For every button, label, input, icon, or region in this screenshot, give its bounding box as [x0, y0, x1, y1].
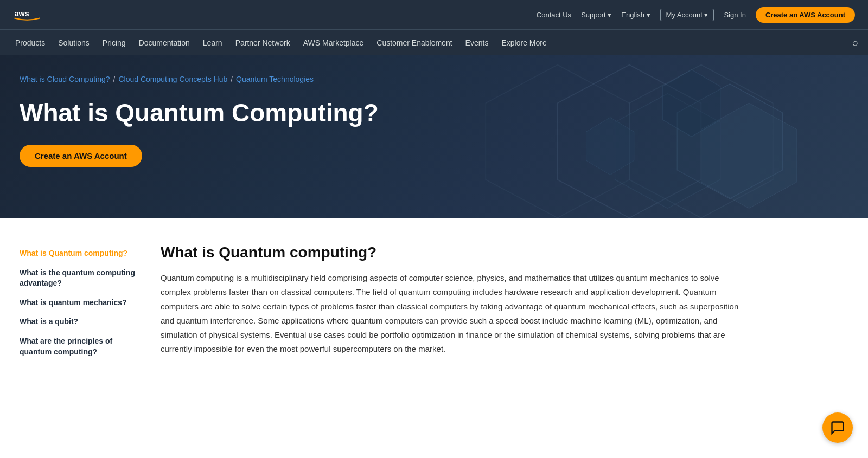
top-bar-navigation: Contact Us Support ▾ English ▾ My Accoun…: [537, 7, 855, 23]
nav-partner-network[interactable]: Partner Network: [230, 32, 296, 54]
sidebar-item-quantum-mechanics[interactable]: What is quantum mechanics?: [20, 293, 139, 313]
svg-text:aws: aws: [15, 9, 29, 18]
main-heading: What is Quantum computing?: [161, 244, 740, 261]
search-icon[interactable]: ⌕: [852, 37, 858, 48]
sidebar-item-qubit[interactable]: What is a qubit?: [20, 312, 139, 332]
nav-pricing[interactable]: Pricing: [97, 32, 131, 54]
aws-logo-container[interactable]: aws: [13, 6, 41, 23]
breadcrumb-sep-2: /: [231, 75, 233, 83]
nav-learn[interactable]: Learn: [197, 32, 228, 54]
sidebar-item-principles[interactable]: What are the principles of quantum compu…: [20, 332, 139, 362]
svg-marker-6: [701, 103, 796, 208]
breadcrumb-link-3[interactable]: Quantum Technologies: [236, 75, 314, 83]
main-content: What is Quantum computing? Quantum compu…: [161, 244, 740, 362]
svg-marker-7: [586, 118, 634, 175]
sign-in-link[interactable]: Sign In: [724, 11, 745, 19]
breadcrumb-sep-1: /: [113, 75, 116, 83]
main-body-text: Quantum computing is a multidisciplinary…: [161, 271, 740, 357]
nav-solutions[interactable]: Solutions: [53, 32, 95, 54]
svg-marker-5: [615, 94, 720, 209]
sidebar-item-quantum-advantage[interactable]: What is the quantum computing advantage?: [20, 263, 139, 293]
nav-documentation[interactable]: Documentation: [133, 32, 195, 54]
nav-customer-enablement[interactable]: Customer Enablement: [371, 32, 457, 54]
create-account-button-top[interactable]: Create an AWS Account: [756, 7, 855, 23]
nav-explore-more[interactable]: Explore More: [496, 32, 552, 54]
hero-section: What is Cloud Computing? / Cloud Computi…: [0, 55, 868, 218]
content-area: What is Quantum computing? What is the q…: [0, 218, 760, 388]
aws-logo: aws: [13, 6, 41, 23]
nav-products[interactable]: Products: [10, 32, 50, 54]
main-navigation: Products Solutions Pricing Documentation…: [0, 29, 868, 55]
english-selector[interactable]: English ▾: [621, 11, 650, 19]
contact-us-link[interactable]: Contact Us: [537, 11, 571, 19]
nav-aws-marketplace[interactable]: AWS Marketplace: [298, 32, 369, 54]
top-bar: aws Contact Us Support ▾ English ▾ My Ac…: [0, 0, 868, 29]
hero-create-account-button[interactable]: Create an AWS Account: [20, 145, 142, 167]
sidebar: What is Quantum computing? What is the q…: [20, 244, 139, 362]
hero-title: What is Quantum Computing?: [20, 99, 399, 127]
svg-marker-3: [486, 65, 629, 218]
breadcrumb-link-2[interactable]: Cloud Computing Concepts Hub: [118, 75, 227, 83]
svg-marker-4: [677, 84, 782, 199]
support-link[interactable]: Support ▾: [581, 11, 611, 19]
breadcrumb: What is Cloud Computing? / Cloud Computi…: [20, 75, 848, 83]
my-account-button[interactable]: My Account ▾: [660, 9, 714, 21]
svg-marker-2: [629, 65, 773, 218]
svg-marker-1: [558, 65, 701, 218]
nav-events[interactable]: Events: [460, 32, 494, 54]
sidebar-item-what-is-quantum[interactable]: What is Quantum computing?: [20, 244, 139, 263]
breadcrumb-link-1[interactable]: What is Cloud Computing?: [20, 75, 110, 83]
